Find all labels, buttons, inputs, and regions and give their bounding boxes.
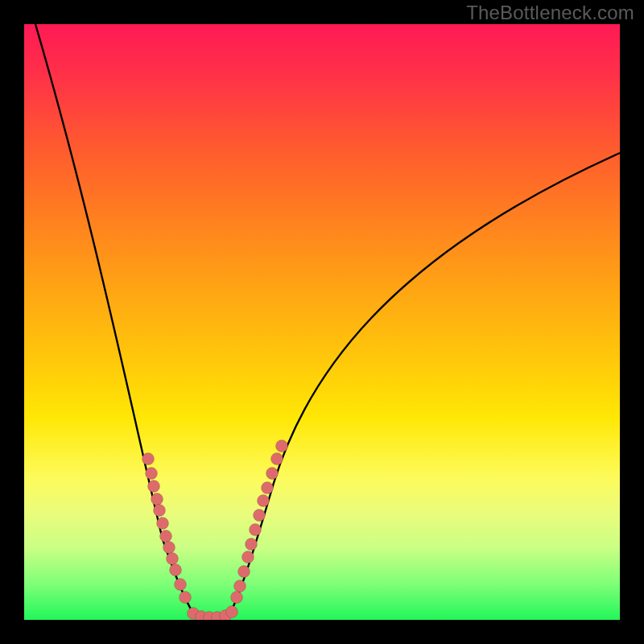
markers-group	[142, 440, 288, 621]
data-point	[276, 440, 288, 452]
data-point	[254, 510, 266, 522]
data-point	[258, 495, 270, 507]
plot-svg	[24, 24, 620, 620]
curve-left	[35, 24, 198, 620]
data-point	[226, 606, 238, 618]
data-point	[146, 468, 158, 480]
data-point	[148, 481, 160, 493]
data-point	[250, 524, 262, 536]
data-point	[170, 564, 182, 576]
data-point	[142, 453, 155, 465]
data-point	[271, 453, 283, 465]
data-point	[180, 592, 192, 604]
curve-right	[227, 153, 620, 620]
data-point	[160, 530, 172, 543]
data-point	[154, 505, 166, 517]
data-point	[238, 566, 250, 578]
data-point	[151, 493, 163, 506]
data-point	[157, 518, 169, 530]
data-point	[163, 542, 175, 554]
data-point	[231, 592, 243, 604]
data-point	[266, 468, 279, 480]
data-point	[262, 482, 274, 494]
plot-area	[24, 24, 620, 620]
chart-container: TheBottleneck.com	[0, 0, 644, 644]
data-point	[246, 539, 258, 551]
data-point	[175, 579, 187, 591]
data-point	[234, 580, 246, 592]
data-point	[167, 553, 179, 565]
data-point	[242, 551, 254, 564]
watermark-text: TheBottleneck.com	[466, 2, 634, 24]
